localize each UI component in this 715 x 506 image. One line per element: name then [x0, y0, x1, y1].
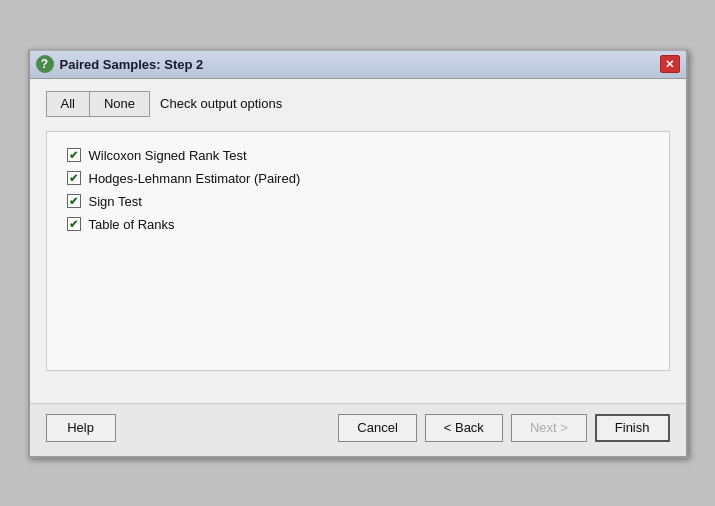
label-wilcoxon: Wilcoxon Signed Rank Test	[89, 148, 247, 163]
title-bar-left: ? Paired Samples: Step 2	[36, 55, 204, 73]
window-icon: ?	[36, 55, 54, 73]
checkbox-sign[interactable]	[67, 194, 81, 208]
options-content-area: Wilcoxon Signed Rank Test Hodges-Lehmann…	[46, 131, 670, 371]
option-wilcoxon: Wilcoxon Signed Rank Test	[67, 148, 653, 163]
all-tab[interactable]: All	[46, 91, 89, 117]
option-sign: Sign Test	[67, 194, 653, 209]
window-title: Paired Samples: Step 2	[60, 57, 204, 72]
option-hodges: Hodges-Lehmann Estimator (Paired)	[67, 171, 653, 186]
options-list: Wilcoxon Signed Rank Test Hodges-Lehmann…	[59, 144, 657, 236]
none-tab[interactable]: None	[89, 91, 150, 117]
cancel-button[interactable]: Cancel	[338, 414, 416, 442]
close-button[interactable]: ✕	[660, 55, 680, 73]
label-hodges: Hodges-Lehmann Estimator (Paired)	[89, 171, 301, 186]
checkbox-table[interactable]	[67, 217, 81, 231]
window-body: All None Check output options Wilcoxon S…	[30, 79, 686, 383]
tab-row: All None Check output options	[46, 91, 670, 117]
dialog-window: ? Paired Samples: Step 2 ✕ All None Chec…	[28, 49, 688, 458]
next-button[interactable]: Next >	[511, 414, 587, 442]
checkbox-hodges[interactable]	[67, 171, 81, 185]
checkbox-wilcoxon[interactable]	[67, 148, 81, 162]
footer-left: Help	[46, 414, 116, 442]
finish-button[interactable]: Finish	[595, 414, 670, 442]
title-bar: ? Paired Samples: Step 2 ✕	[30, 51, 686, 79]
label-table: Table of Ranks	[89, 217, 175, 232]
section-label: Check output options	[160, 96, 282, 111]
help-button[interactable]: Help	[46, 414, 116, 442]
option-table: Table of Ranks	[67, 217, 653, 232]
label-sign: Sign Test	[89, 194, 142, 209]
footer: Help Cancel < Back Next > Finish	[30, 403, 686, 456]
footer-right: Cancel < Back Next > Finish	[338, 414, 669, 442]
back-button[interactable]: < Back	[425, 414, 503, 442]
